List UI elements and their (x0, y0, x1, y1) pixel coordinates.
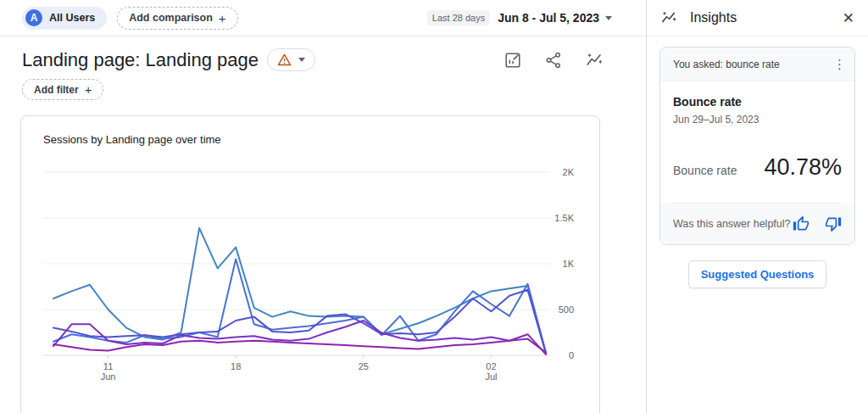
metric-label: Bounce rate (673, 164, 737, 177)
insights-panel-title: Insights (690, 10, 737, 25)
y-tick-label: 2K (563, 167, 575, 177)
add-comparison-button[interactable]: Add comparison + (117, 7, 237, 30)
plus-icon: + (85, 82, 92, 97)
x-tick-label: 02 (486, 361, 496, 371)
x-tick-label: 18 (231, 361, 241, 371)
add-comparison-label: Add comparison (129, 12, 213, 24)
report-action-icons (504, 51, 604, 70)
x-tick-label: 25 (359, 361, 369, 371)
plus-icon: + (219, 11, 226, 25)
insight-title: Bounce rate (673, 95, 842, 109)
y-tick-label: 1K (563, 259, 575, 269)
feedback-prompt: Was this answer helpful? (673, 218, 791, 230)
insight-card: You asked: bounce rate ⋮ Bounce rate Jun… (659, 47, 855, 245)
suggested-questions-button[interactable]: Suggested Questions (688, 260, 827, 288)
all-users-label: All Users (49, 12, 95, 24)
metric-value: 40.78% (764, 154, 842, 181)
more-options-icon[interactable]: ⋮ (833, 58, 846, 70)
app-window: A All Users Add comparison + Last 28 day… (0, 0, 868, 413)
chart-title: Sessions by Landing page over time (21, 116, 599, 146)
page-title: Landing page: Landing page (22, 49, 259, 71)
topbar: A All Users Add comparison + Last 28 day… (0, 0, 646, 36)
series-line[interactable] (53, 260, 546, 353)
add-filter-button[interactable]: Add filter + (22, 79, 103, 100)
filter-row: Add filter + (0, 71, 646, 100)
insights-panel-header: Insights ✕ (647, 0, 868, 36)
x-tick-sublabel: Jun (101, 371, 116, 382)
date-preset-badge: Last 28 days (427, 10, 490, 25)
y-tick-label: 1.5K (554, 213, 574, 223)
main-report-area: A All Users Add comparison + Last 28 day… (0, 0, 646, 413)
share-icon[interactable] (544, 51, 563, 70)
chevron-down-icon (298, 58, 305, 62)
y-tick-label: 0 (569, 350, 574, 360)
series-line[interactable] (53, 228, 546, 354)
warning-triangle-icon (277, 53, 292, 67)
thumbs-up-icon[interactable] (793, 215, 810, 232)
close-icon[interactable]: ✕ (843, 11, 854, 25)
insights-panel: Insights ✕ You asked: bounce rate ⋮ Boun… (646, 0, 868, 413)
report-title-row: Landing page: Landing page (0, 36, 646, 71)
sessions-line-chart[interactable]: 05001K1.5K2K11Jun182502Jul (21, 148, 599, 385)
date-picker[interactable]: Last 28 days Jun 8 - Jul 5, 2023 (427, 10, 612, 25)
data-quality-warning-button[interactable] (267, 48, 315, 71)
insights-icon[interactable] (585, 51, 604, 70)
asked-question-label: You asked: bounce rate (673, 59, 780, 70)
x-tick-sublabel: Jul (485, 371, 497, 382)
all-users-chip[interactable]: A All Users (22, 7, 107, 30)
insight-card-footer: Was this answer helpful? (660, 204, 854, 244)
insights-icon (660, 9, 677, 26)
sessions-chart-card: Sessions by Landing page over time 05001… (20, 115, 600, 413)
insight-card-header: You asked: bounce rate ⋮ (660, 47, 854, 81)
y-tick-label: 500 (559, 304, 574, 315)
date-range-value: Jun 8 - Jul 5, 2023 (498, 11, 612, 25)
x-tick-label: 11 (103, 361, 113, 371)
chevron-down-icon (605, 16, 612, 20)
add-filter-label: Add filter (34, 84, 79, 96)
insight-date-range: Jun 29–Jul 5, 2023 (673, 114, 842, 126)
feedback-buttons (793, 215, 842, 232)
metric-row: Bounce rate 40.78% (673, 154, 842, 181)
audience-avatar-icon: A (25, 9, 42, 26)
insight-card-body: Bounce rate Jun 29–Jul 5, 2023 Bounce ra… (660, 81, 854, 204)
customize-report-icon[interactable] (504, 51, 522, 70)
thumbs-down-icon[interactable] (825, 215, 842, 232)
